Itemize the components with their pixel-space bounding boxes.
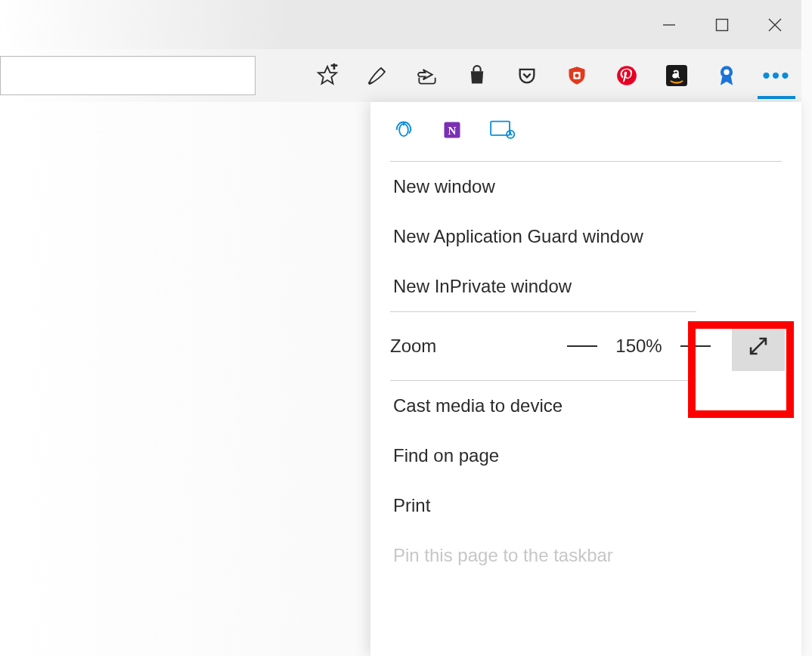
pinterest-icon[interactable] [602,49,652,102]
tile-label: TweetDeck [103,296,178,314]
svg-point-1 [33,406,44,416]
svg-point-0 [198,153,205,159]
store-icon[interactable] [452,49,502,102]
powered-by-label: powered by [65,406,147,422]
zoom-value: 150% [605,336,673,357]
svg-rect-4 [717,19,728,30]
content-card[interactable]: ••• [15,495,228,656]
amazon-icon[interactable] [652,49,702,102]
menu-new-inprivate[interactable]: New InPrivate window [390,261,782,311]
weather-text: Light Rain [45,578,120,598]
menu-find[interactable]: Find on page [390,431,782,481]
menu-new-window[interactable]: New window [390,162,782,212]
highlight-box [688,321,794,418]
toolbar: ••• [0,49,801,102]
msn-brand: MSN [147,406,181,422]
zoom-label: Zoom [390,336,436,357]
menu-print[interactable]: Print [390,481,782,531]
titlebar [0,0,801,49]
pocket-icon[interactable] [502,49,552,102]
notes-icon[interactable] [352,49,402,102]
svg-point-15 [724,70,729,75]
favorites-icon[interactable] [302,49,352,102]
gear-icon[interactable] [189,144,215,172]
menu-pin[interactable]: Pin this page to the taskbar [390,531,782,580]
twitter-icon [118,239,162,283]
minimize-button[interactable] [643,0,696,49]
more-button[interactable]: ••• [752,49,801,102]
address-bar[interactable] [0,56,256,95]
cast-settings-icon[interactable] [490,120,516,143]
read-aloud-icon[interactable] [393,119,414,144]
tile-tweetdeck[interactable]: TweetDeck [64,215,215,336]
svg-point-16 [399,124,408,136]
news-gradient-bar [15,442,242,480]
maximize-button[interactable] [696,0,748,49]
msn-row: powered by MSN [30,403,181,425]
svg-line-2 [43,416,48,420]
close-button[interactable] [748,0,801,49]
svg-text:N: N [448,124,457,137]
menu-new-guard-window[interactable]: New Application Guard window [390,212,782,261]
onenote-icon[interactable]: N [442,119,463,144]
search-icon[interactable] [30,403,50,425]
share-icon[interactable] [402,49,452,102]
rewards-icon[interactable] [702,49,752,102]
ublock-icon[interactable] [552,49,602,102]
card-more-icon[interactable]: ••• [178,514,209,538]
svg-point-11 [575,73,578,77]
zoom-out-button[interactable] [559,323,605,369]
